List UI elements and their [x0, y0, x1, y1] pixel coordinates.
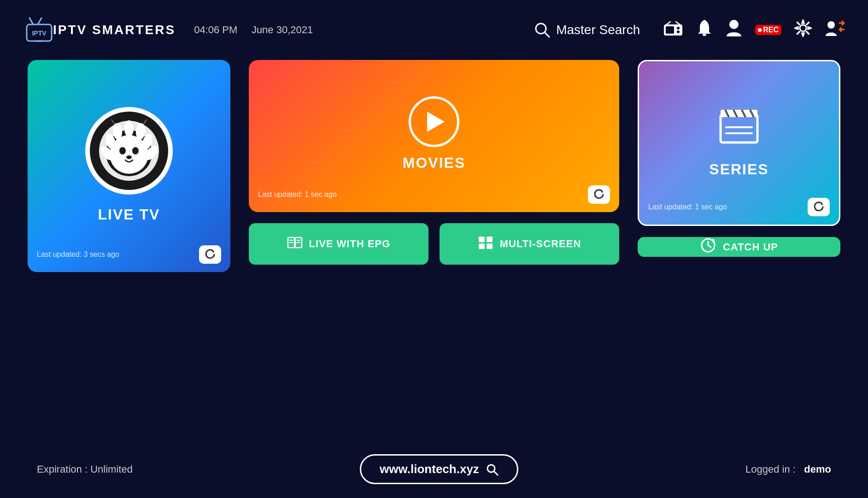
svg-rect-13 — [703, 34, 706, 36]
record-icon[interactable]: REC — [755, 25, 781, 35]
live-tv-title: LIVE TV — [98, 206, 160, 223]
logo-text: IPTV SMARTERS — [53, 24, 176, 36]
live-tv-card[interactable]: LIVE TV Last updated: 3 secs ago — [28, 60, 230, 272]
switch-user-icon[interactable] — [825, 19, 845, 41]
main-content: LIVE TV Last updated: 3 secs ago MOVIES — [0, 60, 868, 272]
master-search[interactable]: Master Search — [534, 22, 640, 38]
header-datetime: 04:06 PM June 30,2021 — [194, 24, 313, 36]
svg-text:IPTV: IPTV — [32, 30, 47, 37]
multi-screen-icon — [478, 236, 493, 253]
multi-screen-button[interactable]: MULTI-SCREEN — [440, 223, 619, 265]
live-tv-footer: Last updated: 3 secs ago — [37, 245, 221, 264]
series-column: SERIES Last updated: 1 sec ago — [638, 60, 840, 257]
svg-point-9 — [677, 27, 680, 30]
movies-refresh-button[interactable] — [588, 185, 610, 204]
logged-in-text: Logged in : demo — [745, 463, 831, 475]
user-icon[interactable] — [726, 19, 742, 41]
live-epg-button[interactable]: LIVE WITH EPG — [249, 223, 428, 265]
series-refresh-button[interactable] — [808, 198, 830, 216]
header-date: June 30,2021 — [252, 24, 313, 36]
search-label: Master Search — [556, 23, 640, 37]
footer: Expiration : Unlimited www.liontech.xyz … — [0, 454, 868, 484]
live-tv-refresh-button[interactable] — [199, 245, 221, 264]
epg-book-icon — [287, 236, 303, 249]
refresh-icon — [813, 201, 825, 213]
clapperboard-svg — [716, 103, 762, 145]
movies-card[interactable]: MOVIES Last updated: 1 sec ago — [249, 60, 619, 212]
svg-line-0 — [29, 18, 33, 24]
svg-rect-40 — [487, 237, 493, 242]
svg-point-10 — [677, 30, 680, 33]
svg-rect-42 — [487, 243, 493, 249]
clock-refresh-icon — [700, 237, 716, 254]
svg-rect-41 — [479, 243, 485, 249]
catch-up-icon — [700, 237, 716, 257]
movies-updated: Last updated: 1 sec ago — [258, 190, 337, 199]
cards-row: LIVE TV Last updated: 3 secs ago MOVIES — [28, 60, 840, 272]
live-tv-logo — [83, 105, 175, 197]
play-triangle — [427, 112, 445, 132]
header: IPTV IPTV SMARTERS 04:06 PM June 30,2021… — [0, 0, 868, 60]
svg-point-22 — [110, 135, 148, 174]
rec-dot — [758, 28, 762, 32]
svg-line-1 — [38, 18, 41, 24]
tv-logo-icon: IPTV — [23, 16, 55, 44]
notification-icon[interactable] — [696, 19, 713, 41]
expiration-text: Expiration : Unlimited — [37, 463, 133, 475]
svg-line-12 — [676, 22, 680, 24]
svg-point-25 — [126, 155, 132, 159]
action-buttons-row: LIVE WITH EPG MULTI-SCREEN — [249, 223, 619, 265]
svg-point-28 — [124, 120, 134, 137]
live-epg-label: LIVE WITH EPG — [309, 238, 391, 250]
svg-point-23 — [119, 147, 126, 154]
settings-icon[interactable] — [794, 19, 812, 41]
middle-column: MOVIES Last updated: 1 sec ago — [249, 60, 619, 265]
grid-icon — [478, 236, 493, 249]
header-icons: REC — [663, 19, 845, 41]
refresh-icon — [593, 189, 605, 201]
svg-line-11 — [667, 22, 670, 24]
live-tv-updated: Last updated: 3 secs ago — [37, 250, 119, 259]
website-search-icon — [486, 463, 499, 476]
svg-point-14 — [729, 20, 739, 29]
catch-up-button[interactable]: CATCH UP — [638, 237, 840, 257]
svg-rect-43 — [721, 115, 757, 142]
header-time: 04:06 PM — [194, 24, 237, 36]
movies-footer: Last updated: 1 sec ago — [258, 185, 610, 204]
catch-up-label: CATCH UP — [723, 241, 778, 253]
svg-line-6 — [545, 32, 549, 37]
svg-rect-8 — [666, 26, 674, 34]
series-footer: Last updated: 1 sec ago — [648, 198, 830, 216]
radio-icon[interactable] — [663, 20, 683, 40]
movies-title: MOVIES — [403, 154, 465, 172]
movies-play-icon — [409, 96, 459, 147]
svg-rect-39 — [479, 237, 485, 242]
series-title: SERIES — [709, 161, 768, 178]
series-updated: Last updated: 1 sec ago — [648, 203, 727, 211]
logged-in-label: Logged in : — [745, 463, 796, 475]
svg-point-16 — [827, 21, 835, 29]
website-pill[interactable]: www.liontech.xyz — [360, 454, 518, 484]
svg-point-24 — [132, 147, 139, 154]
epg-icon — [287, 236, 303, 253]
clapperboard-icon — [716, 103, 762, 154]
logo-container: IPTV IPTV SMARTERS — [23, 16, 176, 44]
svg-line-53 — [494, 471, 498, 475]
search-icon — [534, 22, 551, 38]
website-url: www.liontech.xyz — [380, 462, 479, 476]
multi-screen-label: MULTI-SCREEN — [500, 238, 581, 250]
logged-in-user: demo — [804, 463, 831, 475]
series-card[interactable]: SERIES Last updated: 1 sec ago — [638, 60, 840, 226]
rec-label: REC — [763, 26, 779, 34]
refresh-icon — [204, 249, 216, 261]
svg-point-15 — [800, 25, 806, 31]
